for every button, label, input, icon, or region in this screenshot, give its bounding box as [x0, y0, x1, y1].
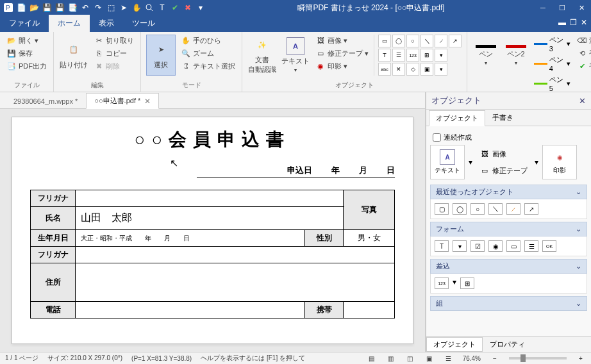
delete-button[interactable]: ✖削除	[92, 60, 135, 72]
window-minimize-button[interactable]: ─	[533, 0, 553, 15]
qat-dropdown-icon[interactable]: ▾	[195, 2, 206, 13]
shape-oval-button[interactable]: ◯	[392, 35, 405, 47]
correction-tape-button[interactable]: ▭修正テープ▾	[314, 47, 370, 59]
shape-circle-button[interactable]: ○	[406, 35, 419, 47]
sex-cell[interactable]: 男・女	[344, 230, 395, 247]
window-close-button[interactable]: ✕	[572, 0, 591, 15]
form-list-icon[interactable]: ☰	[524, 240, 538, 252]
hand-mode-button[interactable]: ✋手のひら	[179, 35, 237, 46]
qat-save2-icon[interactable]: 💾	[54, 2, 65, 13]
pen5-button[interactable]: ペン5▾	[533, 74, 572, 93]
zoom-slider[interactable]	[509, 357, 567, 360]
cut-button[interactable]: ✂切り取り	[92, 35, 135, 46]
copy-button[interactable]: ⎘コピー	[92, 47, 135, 59]
form-radio-icon[interactable]: ◉	[488, 240, 503, 252]
qat-select-icon[interactable]: ⬚	[105, 2, 117, 13]
group-section-header[interactable]: 組⌄	[430, 296, 587, 311]
form-more-button[interactable]: ▾	[435, 49, 447, 62]
document-canvas[interactable]: ↖ ○○会員申込書 申込日 年 月 日 フリガナ 写真 氏名 山田 太郎	[12, 117, 413, 344]
birth-cell[interactable]: 大正・昭和・平成 年 月 日	[76, 230, 305, 247]
qat-export-icon[interactable]: 📑	[67, 2, 78, 13]
menu-file[interactable]: ファイル	[0, 15, 49, 32]
shape-rect-button[interactable]: ▭	[378, 35, 391, 47]
qat-pointer-icon[interactable]: ➤	[118, 2, 129, 13]
qat-x-icon[interactable]: ✖	[182, 2, 194, 13]
link-x-button[interactable]: ✕	[392, 63, 405, 76]
insert-num-icon[interactable]: 123	[435, 277, 449, 289]
qat-hand-icon[interactable]: ✋	[131, 2, 142, 13]
furigana-cell[interactable]	[76, 190, 344, 207]
auto-recognize-button[interactable]: ✨文書 自動認識	[247, 35, 277, 76]
pen2-button[interactable]: ペン2▾	[503, 35, 529, 76]
tel-cell[interactable]	[76, 302, 305, 318]
eraser-button[interactable]: ⌫消しゴム▾	[576, 35, 591, 46]
qat-open-icon[interactable]: 📂	[28, 2, 40, 13]
open-button[interactable]: 📂開く▾	[5, 35, 48, 46]
recent-bracket-icon[interactable]: ⟋	[506, 203, 520, 215]
text-button[interactable]: Aテキスト▾	[281, 35, 310, 76]
mdi-close-icon[interactable]: ✕	[581, 18, 587, 27]
dropdown-icon[interactable]: ▾	[469, 158, 472, 167]
qat-app-icon[interactable]: P	[3, 2, 14, 13]
form-button-icon[interactable]: ▭	[506, 240, 520, 252]
window-maximize-button[interactable]: ☐	[553, 0, 572, 15]
pen4-button[interactable]: ペン4▾	[533, 54, 572, 73]
addr-cell[interactable]	[76, 263, 395, 302]
form-text-button[interactable]: T	[378, 49, 391, 62]
recent-arrow-icon[interactable]: ↗	[524, 203, 538, 215]
hand-select-button[interactable]: ⟲手書き 選択	[576, 47, 591, 59]
link-abc-button[interactable]: abc	[378, 63, 391, 76]
mdi-restore-icon[interactable]: ❐	[570, 18, 577, 27]
doc-tab-2[interactable]: ○○申込書.pdf *✕	[86, 93, 159, 109]
recent-rounded-rect-icon[interactable]: ▢	[435, 203, 449, 215]
qat-check-icon[interactable]: ✔	[169, 2, 181, 13]
qat-save-icon[interactable]: 💾	[41, 2, 53, 13]
form-checkbox-icon[interactable]: ☑	[470, 240, 485, 252]
panel-text-button[interactable]: Aテキスト	[430, 145, 465, 179]
recent-circle-icon[interactable]: ○	[470, 203, 485, 215]
status-view4-icon[interactable]: ▣	[424, 354, 435, 363]
recent-oval-icon[interactable]: ◯	[453, 203, 467, 215]
panel-tape-button[interactable]: ▭修正テープ	[476, 163, 531, 178]
hand-confirm-button[interactable]: ✔手書き 確定	[576, 60, 591, 72]
dropdown-icon[interactable]: ▾	[535, 158, 538, 167]
qat-text-icon[interactable]: T	[156, 2, 168, 13]
qat-undo-icon[interactable]: ↶	[79, 2, 91, 13]
qat-redo-icon[interactable]: ↷	[92, 2, 104, 13]
zoom-in-button[interactable]: +	[576, 354, 586, 363]
menu-home[interactable]: ホーム	[49, 15, 90, 32]
panel-close-icon[interactable]: ✕	[579, 96, 586, 106]
form-number-button[interactable]: 123	[406, 49, 419, 62]
link-diamond-button[interactable]: ◇	[406, 63, 419, 76]
form-dropdown-icon[interactable]: ▾	[453, 240, 467, 252]
name-cell[interactable]: 山田 太郎	[76, 207, 344, 230]
panel-stamp-button[interactable]: ◉印影	[542, 145, 577, 179]
form-multi-button[interactable]: ☰	[392, 49, 405, 62]
stamp-button[interactable]: ◉印影▾	[314, 60, 370, 72]
shape-bracket-button[interactable]: ⟋	[435, 35, 447, 47]
mobile-cell[interactable]	[344, 302, 395, 318]
form-section-header[interactable]: フォーム⌄	[430, 222, 587, 236]
doc-tab-1[interactable]: 29380664_m.wppx *	[5, 94, 86, 108]
dropdown-icon[interactable]: ▾	[453, 277, 456, 289]
pdf-export-button[interactable]: 📑PDF出力	[5, 60, 48, 72]
panel-tab-hand[interactable]: 手書き	[485, 110, 520, 126]
recent-line-icon[interactable]: ＼	[488, 203, 503, 215]
menu-view[interactable]: 表示	[90, 15, 123, 32]
link-photo-button[interactable]: ▣	[420, 63, 433, 76]
status-view3-icon[interactable]: ◫	[405, 354, 415, 363]
form-grid-button[interactable]: ⊞	[420, 49, 433, 62]
tab-close-icon[interactable]: ✕	[144, 97, 151, 106]
insert-section-header[interactable]: 差込⌄	[430, 259, 587, 274]
panel-btab-property[interactable]: プロパティ	[483, 337, 532, 352]
addr-furigana-cell[interactable]	[76, 247, 395, 263]
select-mode-button[interactable]: ➤選択	[146, 35, 176, 76]
continuous-checkbox[interactable]: 連続作成	[430, 130, 587, 145]
zoom-out-button[interactable]: −	[490, 354, 500, 363]
panel-image-button[interactable]: 🖼画像	[476, 147, 531, 161]
mdi-minimize-icon[interactable]: ▬	[558, 18, 566, 27]
save-button[interactable]: 💾保存	[5, 47, 48, 59]
paste-button[interactable]: 📋貼り付け	[59, 35, 88, 76]
qat-zoom-icon[interactable]	[144, 2, 155, 13]
status-view5-icon[interactable]: ☰	[444, 354, 454, 363]
